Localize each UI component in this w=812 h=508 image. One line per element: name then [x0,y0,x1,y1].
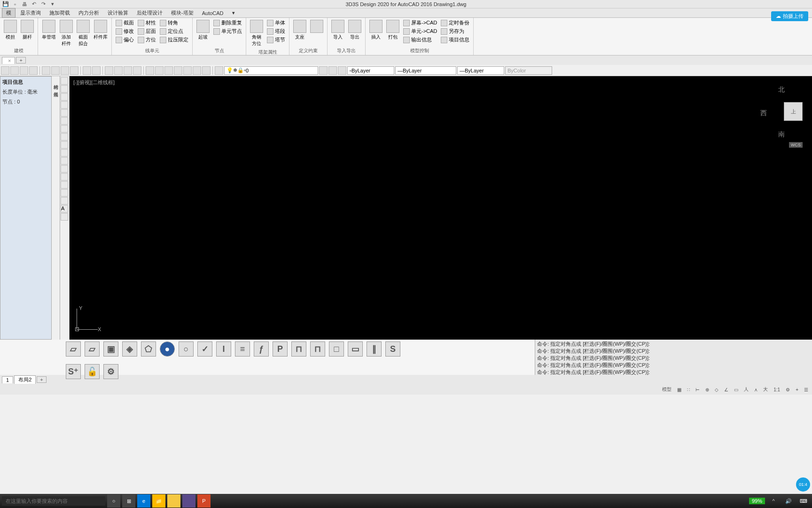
menu-force[interactable]: 内力分析 [75,8,103,17]
tb-pan-icon[interactable] [105,66,113,75]
sb-icon[interactable]: ⋏ [752,387,759,393]
tb-icon[interactable] [174,66,182,75]
btn-anglesteel[interactable]: 角钢 方位 [249,19,264,48]
ray-icon[interactable] [61,85,68,93]
cloud-upload-button[interactable]: ☁ 拍摄上传 [771,11,808,21]
btn-danguanta[interactable]: 单管塔 [41,19,57,41]
dt-icon[interactable] [61,213,68,221]
btn-import[interactable]: 导入 [330,19,345,41]
splus-icon[interactable]: S⁺ [66,364,81,379]
plotstyle-combo[interactable]: ByColor [505,66,552,75]
powerpoint-icon[interactable]: P [197,494,211,508]
btn-unit-cad[interactable]: 单元->CAD [402,27,438,35]
view-icon[interactable]: ▱ [85,341,100,357]
gear-icon[interactable]: ⚙ [103,364,118,379]
tb-icon[interactable] [155,66,164,75]
timer-badge[interactable]: 01:4 [796,477,810,492]
btn-screen-cad[interactable]: 屏幕->CAD [402,19,438,27]
sb-grid-icon[interactable]: ▦ [675,387,683,393]
viewport-label[interactable]: [-][俯视][二维线框] [73,79,115,86]
rect-icon[interactable] [61,109,68,117]
drawing-canvas[interactable]: [-][俯视][二维线框] Y X 北 西 南 上 WCS [70,76,812,340]
color-combo[interactable]: ▫ ByLayer [347,66,394,75]
layout-tab-2[interactable]: 布局2 [14,375,36,384]
app-icon[interactable] [167,494,180,508]
viewcube-north[interactable]: 北 [778,86,785,94]
dt-icon[interactable] [61,189,68,197]
viewcube-west[interactable]: 西 [760,109,767,118]
btn-tuigan[interactable]: 腿杆 [20,19,35,41]
btn-material[interactable]: 材性 [137,19,157,27]
view-icon[interactable]: ▱ [66,341,81,357]
btn-deldup[interactable]: 删除重复 [212,19,243,27]
view-icon[interactable]: ▣ [103,341,118,357]
p-icon[interactable]: P [273,341,288,357]
sb-scale[interactable]: 1:1 [772,387,782,393]
ibeam-icon[interactable]: I [216,341,231,357]
s-icon[interactable]: S [385,341,400,357]
text-icon[interactable]: A [61,205,68,213]
btn-export[interactable]: 导出 [347,19,362,41]
explorer-icon[interactable]: 📁 [152,494,165,508]
battery-pct[interactable]: 99% [749,498,765,504]
tb-help-icon[interactable] [202,66,211,75]
tb-layer-icon[interactable] [215,66,223,75]
sb-snap-icon[interactable]: ∷ [685,387,692,393]
vtab-props[interactable]: 属性表 [52,85,60,92]
view-icon[interactable]: ○ [179,341,194,357]
circle-icon[interactable] [61,125,68,133]
btn-backup[interactable]: 定时备份 [440,19,470,27]
tb-icon[interactable] [164,66,173,75]
sb-icon[interactable]: 人 [742,386,750,393]
stack-icon[interactable]: ≡ [235,341,250,357]
qat-dropdown-icon[interactable]: ▾ [49,0,56,8]
view-icon[interactable]: □ [329,341,344,357]
view-icon[interactable]: ◈ [122,341,137,357]
sb-ortho-icon[interactable]: ⊢ [694,387,702,393]
ellipsearc-icon[interactable] [61,149,68,157]
sb-plus-icon[interactable]: + [794,387,800,393]
btn-offset[interactable]: 偏心 [115,36,135,44]
view-icon[interactable]: ⬠ [141,341,156,357]
btn-support[interactable]: 支座 [292,19,307,41]
taskview-icon[interactable]: ⊞ [122,494,135,508]
add-layout-button[interactable]: + [37,376,46,383]
btn-single[interactable]: 单体 [266,19,286,27]
fn-icon[interactable]: ƒ [254,341,269,357]
dt-icon[interactable] [61,173,68,181]
viewcube-south[interactable]: 南 [778,130,785,139]
redo-icon[interactable]: ↷ [39,0,47,8]
sb-model[interactable]: 模型 [660,386,673,393]
table-icon[interactable] [61,197,68,205]
btn-section2[interactable]: 塔节 [266,36,286,44]
btn-modan[interactable]: 模担 [3,19,18,41]
btn-saveas[interactable]: 另存为 [440,27,470,35]
btn-elnode[interactable]: 单元节点 [212,27,243,35]
btn-angle[interactable]: 转角 [159,19,189,27]
linetype-combo[interactable]: — ByLayer [395,66,456,75]
tb-icon[interactable] [70,66,78,75]
dt-icon[interactable] [61,157,68,165]
tb-undo-icon[interactable] [83,66,91,75]
command-line[interactable]: 命令: 指定对角点或 [栏选(F)/圈围(WP)/圈交(CP)]: 命令: 指定… [535,340,812,375]
point-icon[interactable] [61,165,68,173]
sb-otrack-icon[interactable]: ∠ [722,387,730,393]
btn-section-fit[interactable]: 截面 拟合 [76,19,91,48]
btn-position[interactable]: 定位点 [159,27,189,35]
close-tab-icon[interactable]: × [8,58,11,64]
tray-icon[interactable]: 🔊 [782,494,795,508]
undo-icon[interactable]: ↶ [30,0,38,8]
menu-post[interactable]: 后处理设计 [133,8,166,17]
sb-polar-icon[interactable]: ⊕ [703,387,711,393]
tb-icon[interactable] [20,66,28,75]
lineweight-combo[interactable]: — ByLayer [457,66,504,75]
tray-icon[interactable]: ⌨ [797,494,810,508]
btn-restraint2[interactable] [309,19,324,34]
btn-slope[interactable]: 起坡 [195,19,211,41]
btn-projinfo[interactable]: 项目信息 [440,36,470,44]
unlock-icon[interactable]: 🔓 [85,364,100,379]
view-icon[interactable]: ▭ [348,341,363,357]
tb-icon[interactable] [338,66,346,75]
menu-load[interactable]: 施加荷载 [46,8,74,17]
polygon-icon[interactable] [61,101,68,109]
